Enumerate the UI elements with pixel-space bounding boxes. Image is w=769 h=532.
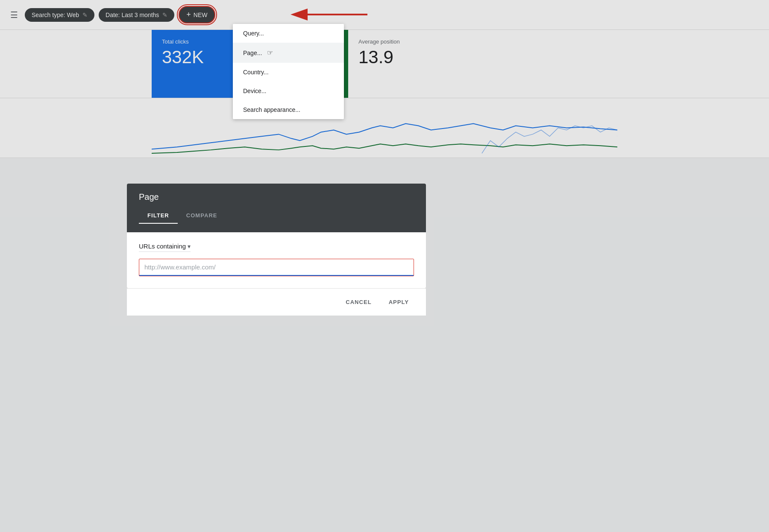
dropdown-item-device[interactable]: Device... (233, 82, 344, 100)
apply-button[interactable]: APPLY (384, 295, 414, 309)
url-filter-type-arrow-icon: ▾ (188, 243, 191, 250)
url-filter-type-row: URLs containing ▾ (139, 243, 414, 252)
cancel-button[interactable]: CANCEL (340, 295, 376, 309)
filter-dropdown-menu: Query... Page... ☞ Country... Device... … (233, 24, 344, 119)
dropdown-item-country[interactable]: Country... (233, 63, 344, 82)
dropdown-item-search-appearance[interactable]: Search appearance... (233, 100, 344, 119)
panel-body: URLs containing ▾ (127, 232, 426, 288)
panel-header-section: Page FILTER COMPARE (127, 184, 426, 232)
panel-title: Page (139, 192, 414, 202)
url-input-wrapper (139, 259, 414, 276)
action-row: CANCEL APPLY (127, 288, 426, 316)
dropdown-item-page-label: Page... (243, 50, 262, 56)
page-filter-panel: Page FILTER COMPARE URLs containing ▾ CA… (127, 184, 426, 316)
panel-tabs: FILTER COMPARE (139, 209, 414, 224)
url-filter-type-dropdown[interactable]: URLs containing ▾ (139, 243, 191, 252)
dropdown-item-query[interactable]: Query... (233, 24, 344, 43)
panel-header: Page FILTER COMPARE (127, 184, 426, 232)
url-input[interactable] (139, 259, 414, 276)
tab-filter[interactable]: FILTER (139, 209, 178, 224)
url-filter-type-label: URLs containing (139, 243, 186, 250)
tab-compare[interactable]: COMPARE (178, 209, 226, 224)
cursor-hand-icon: ☞ (267, 49, 273, 57)
dropdown-item-page[interactable]: Page... ☞ (233, 43, 344, 63)
